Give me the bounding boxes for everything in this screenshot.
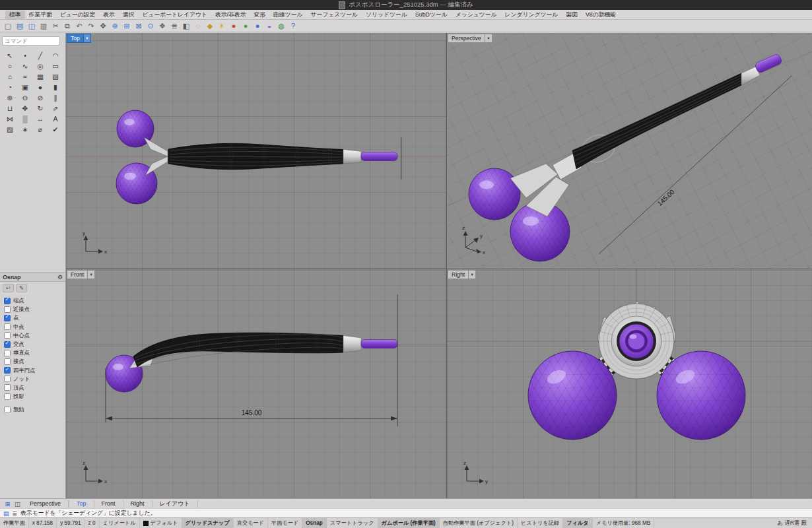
checkbox[interactable] (4, 350, 11, 356)
status-field[interactable]: ヒストリを記録 (518, 518, 563, 528)
zoom-extents-icon[interactable]: ⊠ (134, 21, 143, 31)
display-mode-icon[interactable]: ▤ (3, 510, 9, 517)
status-field[interactable]: デフォルト (140, 518, 182, 528)
osnap-item[interactable]: 接点 (4, 357, 65, 366)
lock-icon[interactable]: ◆ (205, 21, 215, 31)
toolbar-group-tab[interactable]: ビューの設定 (56, 11, 99, 19)
osnap-item[interactable]: 中心点 (4, 331, 65, 340)
undo-icon[interactable]: ↶ (75, 21, 84, 31)
zoom-icon[interactable]: ⊕ (110, 21, 119, 31)
viewport-title[interactable]: Front (67, 270, 88, 279)
checkbox[interactable] (4, 384, 11, 391)
toolbar-group-tab[interactable]: 作業平面 (25, 11, 56, 19)
new-layout-icon[interactable]: ◫ (13, 500, 22, 508)
toolbar-group-tab[interactable]: V8の新機能 (582, 11, 620, 19)
viewport-tab[interactable]: Front (94, 500, 123, 508)
curve-icon[interactable]: ∿ (18, 61, 33, 71)
viewport-title-tab-perspective[interactable]: Perspective ▾ (448, 34, 492, 43)
viewport-front[interactable]: 145.00 z x Front ▾ (66, 269, 446, 498)
point-icon[interactable]: • (18, 50, 33, 61)
arc-icon[interactable]: ◠ (48, 50, 63, 61)
redo-icon[interactable]: ↷ (86, 21, 96, 31)
viewport-title-tab-right[interactable]: Right ▾ (448, 270, 476, 279)
osnap-item[interactable]: 頂点 (4, 383, 65, 392)
status-field[interactable]: Osnap (302, 518, 326, 528)
viewport-title[interactable]: Perspective (448, 34, 485, 43)
toolbar-group-tab[interactable]: 曲線ツール (269, 11, 306, 19)
osnap-item[interactable]: 端点 (4, 296, 65, 305)
checkbox[interactable] (4, 367, 11, 374)
rotate-icon[interactable]: ↻ (33, 103, 48, 114)
toolbar-group-tab[interactable]: メッシュツール (452, 11, 501, 19)
osnap-item[interactable]: 垂直点 (4, 348, 65, 357)
status-field[interactable]: スマートトラック (327, 518, 378, 528)
checkbox[interactable] (4, 315, 11, 321)
toolbar-group-tab[interactable]: SubDツール (411, 11, 452, 19)
status-field[interactable]: z 0 (85, 518, 100, 528)
viewport-tab[interactable]: Top (69, 500, 94, 508)
shaded-mode-icon[interactable]: ● (241, 21, 250, 31)
new-file-icon[interactable]: ▢ (3, 21, 13, 31)
zoom-selected-icon[interactable]: ⊙ (146, 21, 155, 31)
render-mode-icon[interactable]: ● (229, 21, 238, 31)
save-icon[interactable]: ◫ (27, 21, 36, 31)
viewport-perspective[interactable]: 145.00 (447, 33, 812, 269)
sphere-icon[interactable]: ● (33, 82, 48, 92)
osnap-item[interactable]: 近接点 (4, 305, 65, 314)
explode-icon[interactable]: ∗ (18, 124, 33, 135)
status-field[interactable]: ガムボール (作業平面) (378, 518, 440, 528)
checkbox[interactable] (4, 393, 11, 400)
four-view-icon[interactable]: ❖ (158, 21, 167, 31)
viewport-tab[interactable]: Right (123, 500, 152, 508)
status-field[interactable]: グリッドスナップ (182, 518, 234, 528)
osnap-edit-icon[interactable]: ✎ (16, 284, 27, 292)
properties-icon[interactable]: ◧ (182, 21, 191, 31)
osnap-item[interactable]: 無効 (4, 405, 65, 414)
line-icon[interactable]: ╱ (33, 50, 48, 61)
osnap-item[interactable]: 中点 (4, 323, 65, 331)
move-icon[interactable]: ✥ (18, 103, 33, 114)
toolbar-group-tab[interactable]: 表示 (99, 11, 119, 19)
gear-icon[interactable]: ⚙ (57, 274, 63, 280)
toolbar-group-tab[interactable]: 変形 (250, 11, 269, 19)
viewport-title[interactable]: Right (448, 270, 469, 279)
revolve-icon[interactable]: ◔ (3, 82, 18, 92)
checkbox[interactable] (4, 376, 11, 382)
command-input[interactable] (2, 36, 60, 46)
scale-icon[interactable]: ⇗ (48, 103, 63, 114)
toolbar-group-tab[interactable]: 表示/非表示 (211, 11, 250, 19)
status-field[interactable]: 直交モード (234, 518, 268, 528)
hide-icon[interactable]: ◌ (193, 21, 203, 31)
chevron-down-icon[interactable]: ▾ (84, 34, 91, 43)
cylinder-icon[interactable]: ▮ (48, 82, 63, 92)
trim-icon[interactable]: ⊘ (33, 92, 48, 103)
status-field[interactable]: 作業平面 (0, 518, 29, 528)
surface-icon[interactable]: ▦ (33, 71, 48, 82)
patch-icon[interactable]: ▧ (48, 71, 63, 82)
roller-model-right-view[interactable] (528, 301, 745, 440)
zoom-window-icon[interactable]: ⊞ (122, 21, 131, 31)
roller-model-perspective-view[interactable] (469, 53, 783, 261)
hatch-icon[interactable]: ▨ (3, 124, 18, 135)
material-icon[interactable]: ◒ (265, 21, 274, 31)
pan-icon[interactable]: ✥ (98, 21, 108, 31)
copy-icon[interactable]: ⧉ (63, 21, 72, 31)
rectangle-icon[interactable]: ▭ (48, 61, 63, 71)
status-field[interactable]: y 59.791 (57, 518, 85, 528)
osnap-item[interactable]: ノット (4, 375, 65, 383)
text-icon[interactable]: A (48, 114, 63, 124)
array-icon[interactable]: ▒ (18, 114, 33, 124)
history-list-icon[interactable]: ≣ (13, 510, 18, 517)
toolbar-group-tab[interactable]: 製図 (562, 11, 582, 19)
roller-model-front-view[interactable] (106, 332, 397, 393)
check-icon[interactable]: ✔ (48, 124, 63, 135)
dimension-icon[interactable]: ↔ (33, 114, 48, 124)
diameter-icon[interactable]: ⌀ (33, 124, 48, 135)
viewport-right[interactable]: z y Right ▾ (447, 269, 812, 498)
viewport-title[interactable]: Top (67, 34, 84, 43)
toolbar-group-tab[interactable]: レンダリングツール (501, 11, 562, 19)
light-icon[interactable]: ☀ (217, 21, 226, 31)
ellipse-icon[interactable]: ◎ (33, 61, 48, 71)
polygon-icon[interactable]: ⌂ (3, 71, 18, 82)
select-icon[interactable]: ↖ (3, 50, 18, 61)
